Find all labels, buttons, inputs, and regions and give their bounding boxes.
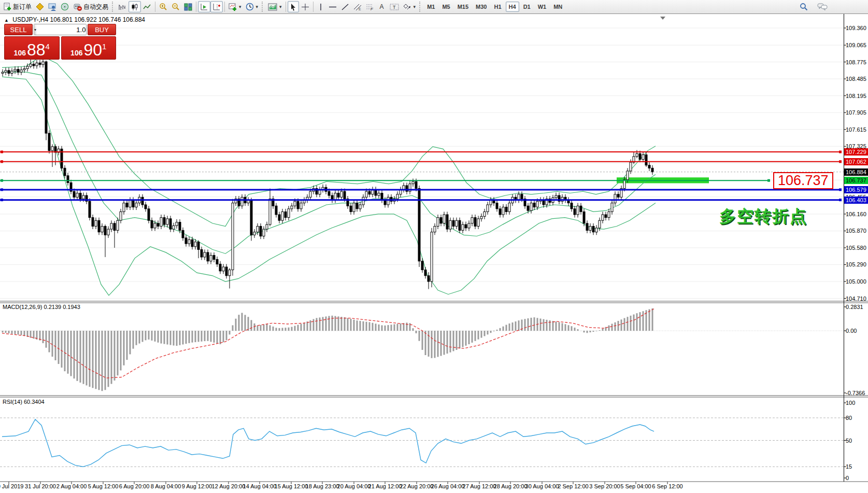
sell-price-sup: 4 xyxy=(46,38,50,55)
chart-shift-marker[interactable] xyxy=(660,17,665,20)
text-tool[interactable]: A xyxy=(376,1,388,12)
rsi-axis-label: 0 xyxy=(846,475,868,481)
toolbar-separator xyxy=(155,2,155,12)
price-chart-svg xyxy=(0,14,868,493)
new-order-icon xyxy=(3,3,11,11)
new-order-button[interactable]: 新订单 xyxy=(1,1,34,12)
channel-tool[interactable]: E xyxy=(351,1,364,12)
vertical-line-tool[interactable] xyxy=(315,1,326,12)
periods-dropdown-caret[interactable]: ▾ xyxy=(256,4,259,9)
indicators-icon xyxy=(229,3,237,11)
timeframe-M1[interactable]: M1 xyxy=(424,2,438,12)
chart-template-button[interactable]: ▾ xyxy=(266,1,284,12)
bollinger-lower-band xyxy=(2,77,656,295)
text-label-icon: T xyxy=(390,3,399,11)
ohlc-values: 106.801 106.922 106.746 106.884 xyxy=(50,16,146,23)
price-axis-label: 106.160 xyxy=(846,211,868,217)
search-button[interactable] xyxy=(798,1,810,12)
chart-shift-icon xyxy=(212,3,221,11)
price-badge-106_403: 106.403 xyxy=(844,196,868,204)
indicators-dropdown-caret[interactable]: ▾ xyxy=(239,4,241,9)
time-axis-label: 21 Aug 12:00 xyxy=(368,483,402,489)
chart-window-button[interactable] xyxy=(34,1,46,12)
bar-chart-mode-button[interactable] xyxy=(116,1,129,12)
macd-signal-line xyxy=(2,309,654,378)
toolbar-drag-handle[interactable] xyxy=(112,2,115,12)
auto-trading-button[interactable]: 自动交易 xyxy=(71,1,110,12)
toolbar-drag-handle[interactable] xyxy=(262,2,264,12)
indicators-button[interactable]: ▾ xyxy=(226,1,244,12)
chart-area[interactable]: ▲ USDJPY-,H4 106.801 106.922 106.746 106… xyxy=(0,14,868,493)
zoom-out-button[interactable] xyxy=(169,1,182,12)
volume-input[interactable] xyxy=(36,24,87,35)
zoom-in-button[interactable] xyxy=(157,1,169,12)
price-axis-label: 108.485 xyxy=(846,76,868,82)
time-axis-label: 18 Aug 23:00 xyxy=(306,483,339,489)
price-axis-label: 107.905 xyxy=(846,109,868,116)
chat-button[interactable] xyxy=(815,1,830,12)
timeframe-M5[interactable]: M5 xyxy=(439,2,453,12)
profile-button[interactable] xyxy=(46,1,59,12)
cursor-tool-button[interactable] xyxy=(288,1,299,12)
chart-template-caret[interactable]: ▾ xyxy=(279,4,282,9)
time-axis-label: 31 Jul 20:00 xyxy=(25,483,56,489)
timeframe-M30[interactable]: M30 xyxy=(473,2,490,12)
time-axis-label: 12 Aug 20:00 xyxy=(212,483,246,489)
macd-axis-label: -0.7366 xyxy=(846,390,868,396)
svg-text:T: T xyxy=(393,5,396,10)
text-label-tool[interactable]: T xyxy=(388,1,401,12)
buy-price-sup: 1 xyxy=(102,38,106,55)
turning-point-annotation[interactable]: 多空转折点 xyxy=(719,205,807,228)
zoom-in-icon xyxy=(159,3,167,11)
rsi-line xyxy=(2,419,654,467)
price-badge-106_884: 106.884 xyxy=(844,168,868,176)
shapes-dropdown-caret[interactable]: ▾ xyxy=(414,4,416,9)
tile-windows-button[interactable] xyxy=(182,1,194,12)
toolbar-drag-handle[interactable] xyxy=(419,2,422,12)
price-badge-107_062: 107.062 xyxy=(844,158,868,165)
buy-button[interactable]: BUY xyxy=(88,24,116,35)
time-axis-label: 5 Sep 04:00 xyxy=(620,483,651,489)
timeframe-W1[interactable]: W1 xyxy=(535,2,550,12)
time-axis-label: 20 Aug 04:00 xyxy=(337,483,371,489)
symbol-period-label: USDJPY-,H4 xyxy=(12,16,48,23)
toolbar-right-group xyxy=(798,1,830,12)
price-axis-label: 105.580 xyxy=(846,245,868,251)
macd-axis-label: 0.00 xyxy=(846,328,868,334)
trading-terminal-window: 新订单 自动交易 xyxy=(0,0,868,493)
candlestick-icon xyxy=(131,3,139,11)
buy-price-prefix: 106 xyxy=(70,48,82,58)
timeframe-H1[interactable]: H1 xyxy=(491,2,505,12)
timeframe-MN[interactable]: MN xyxy=(550,2,565,12)
key-price-label-box[interactable]: 106.737 xyxy=(773,172,833,189)
signals-button[interactable] xyxy=(59,1,71,12)
sell-price-big: 88 xyxy=(27,42,46,58)
timeframe-M15[interactable]: M15 xyxy=(454,2,472,12)
candlestick-mode-button[interactable] xyxy=(129,1,141,12)
tile-windows-icon xyxy=(184,3,192,11)
fibonacci-tool[interactable]: F xyxy=(364,1,376,12)
chart-template-icon xyxy=(268,3,277,11)
horizontal-line-tool[interactable] xyxy=(326,1,339,12)
sell-button[interactable]: SELL xyxy=(4,24,33,35)
sell-price-panel[interactable]: 106 88 4 xyxy=(4,36,60,60)
timeframe-H4[interactable]: H4 xyxy=(506,2,519,12)
crosshair-tool-button[interactable] xyxy=(299,1,311,12)
auto-scroll-button[interactable] xyxy=(198,1,210,12)
line-chart-mode-button[interactable] xyxy=(141,1,153,12)
symbol-header: ▲ USDJPY-,H4 106.801 106.922 106.746 106… xyxy=(4,16,145,23)
collapse-quote-panel-icon[interactable]: ▲ xyxy=(4,18,9,23)
price-axis-label: 108.195 xyxy=(846,93,868,99)
candlesticks xyxy=(2,53,653,289)
price-axis-label: 104.710 xyxy=(846,295,868,302)
buy-price-panel[interactable]: 106 90 1 xyxy=(61,36,117,60)
chart-shift-button[interactable] xyxy=(210,1,223,12)
trendline-tool[interactable] xyxy=(339,1,351,12)
time-axis-label: 8 Aug 04:00 xyxy=(151,483,181,489)
timeframe-D1[interactable]: D1 xyxy=(520,2,534,12)
horizontal-lines[interactable] xyxy=(0,151,844,202)
shapes-tool[interactable]: ▾ xyxy=(401,1,418,12)
time-axis-label: 6 Sep 12:00 xyxy=(652,483,682,489)
time-axis-label: 27 Aug 12:00 xyxy=(463,483,496,489)
periods-button[interactable]: ▾ xyxy=(244,1,261,12)
